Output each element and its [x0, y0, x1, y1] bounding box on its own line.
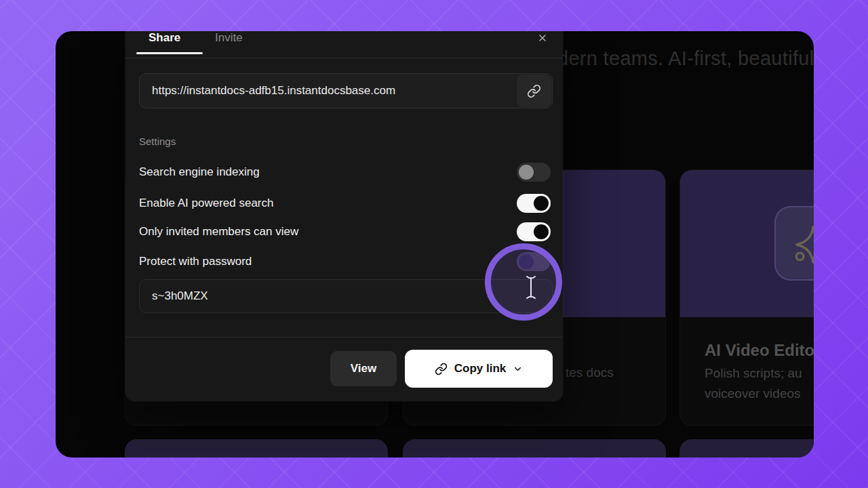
- toggle-ai-powered-search[interactable]: [517, 194, 551, 213]
- active-tab-underline: [136, 52, 203, 54]
- toggle-knob: [534, 196, 549, 211]
- card-description-fragment: tes docs: [566, 365, 614, 380]
- view-button[interactable]: View: [330, 351, 397, 386]
- copy-url-button[interactable]: [517, 75, 551, 107]
- sparkle-icon: [791, 223, 814, 265]
- text-cursor-icon: [524, 274, 538, 300]
- background-card-video-editor[interactable]: AI Video Editor Polish scripts; au voice…: [679, 169, 814, 426]
- chevron-down-icon: [513, 364, 523, 374]
- toggle-knob: [519, 165, 534, 180]
- close-icon: [537, 33, 548, 43]
- card-description-line: Polish scripts; au: [705, 366, 802, 381]
- card-description-line: voiceover videos: [705, 386, 801, 401]
- toggle-search-engine-indexing[interactable]: [517, 163, 551, 182]
- copy-link-label: Copy link: [454, 362, 507, 375]
- bottom-row-card[interactable]: [403, 439, 666, 458]
- link-chain-icon: [527, 84, 541, 98]
- share-url-input[interactable]: [140, 74, 509, 108]
- toggle-invited-members-only[interactable]: [517, 222, 551, 241]
- footer-divider: [125, 337, 563, 338]
- app-window: dern teams. AI-first, beautiful out tes …: [56, 31, 814, 458]
- close-button[interactable]: [534, 31, 551, 47]
- setting-label: Protect with password: [139, 252, 252, 271]
- bottom-row-card[interactable]: [679, 439, 814, 458]
- sparkle-plaque: [774, 206, 814, 281]
- tab-share[interactable]: Share: [149, 31, 180, 46]
- tab-invite[interactable]: Invite: [215, 31, 243, 46]
- setting-row: Enable AI powered search: [139, 194, 551, 213]
- share-url-field: [139, 73, 553, 108]
- card-title: AI Video Editor: [705, 341, 814, 360]
- setting-row: Search engine indexing: [139, 163, 551, 182]
- copy-link-button[interactable]: Copy link: [405, 350, 553, 388]
- settings-section-label: Settings: [139, 136, 176, 147]
- card-thumbnail: [680, 170, 814, 317]
- bottom-row-card[interactable]: [125, 439, 388, 458]
- share-dialog: Share Invite Settings Search engine inde…: [125, 31, 563, 401]
- setting-row: Only invited members can view: [139, 222, 551, 241]
- hero-heading-fragment: dern teams. AI-first, beautiful out: [557, 47, 814, 70]
- setting-label: Search engine indexing: [139, 163, 260, 182]
- setting-label: Enable AI powered search: [139, 194, 273, 213]
- toggle-knob: [534, 224, 549, 239]
- setting-label: Only invited members can view: [139, 222, 298, 241]
- cursor-highlight-ring: [485, 243, 562, 321]
- tabs-divider: [125, 58, 563, 58]
- link-chain-icon: [435, 363, 448, 375]
